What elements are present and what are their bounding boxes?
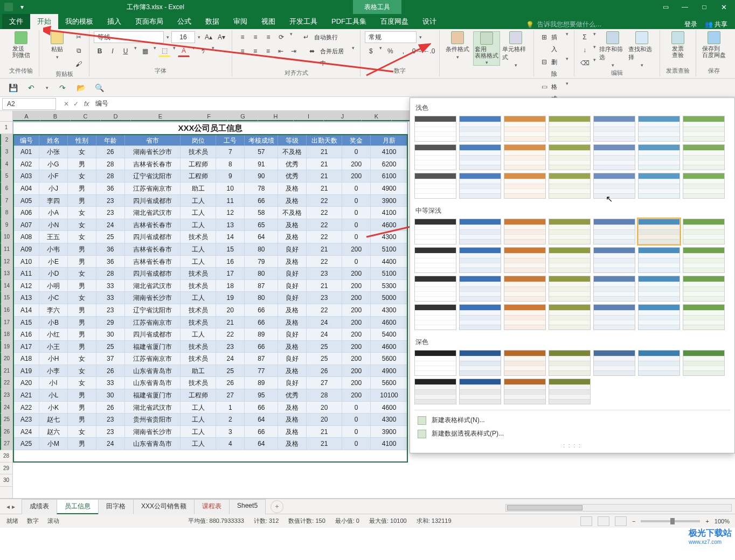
sheet-tab-XXX公司销售额[interactable]: XXX公司销售额 — [133, 499, 195, 514]
minimize-button[interactable]: — — [676, 0, 694, 14]
redo-button[interactable]: ↷ — [57, 82, 68, 93]
row-header-16[interactable]: 16 — [0, 304, 12, 317]
table-style-swatch[interactable] — [504, 304, 546, 330]
table-cell[interactable]: 小张 — [39, 146, 68, 158]
table-cell[interactable]: 6200 — [371, 158, 407, 170]
table-header-cell[interactable]: 工号 — [216, 135, 245, 146]
table-cell[interactable]: 江苏省南京市 — [125, 317, 181, 328]
table-cell[interactable]: 66 — [245, 341, 278, 353]
table-style-swatch[interactable] — [414, 350, 456, 376]
gallery-resize-grip[interactable]: : : : : — [414, 440, 730, 449]
font-size-combo[interactable]: 16 — [171, 31, 195, 43]
table-cell[interactable]: 及格 — [278, 414, 307, 425]
table-cell[interactable]: 25 — [216, 365, 245, 377]
print-preview-button[interactable]: 🔍 — [94, 82, 105, 93]
wrap-text-button[interactable]: ↵ — [300, 31, 312, 43]
table-cell[interactable]: 山东省青岛市 — [125, 377, 181, 389]
table-cell[interactable]: 优秀 — [278, 389, 307, 401]
send-to-wechat-button[interactable]: 发送 到微信 — [8, 31, 34, 58]
table-cell[interactable]: 200 — [342, 353, 371, 365]
table-style-swatch[interactable] — [414, 247, 456, 273]
table-style-swatch[interactable] — [549, 116, 591, 142]
conditional-format-button[interactable]: 条件格式▾ — [444, 31, 471, 60]
table-cell[interactable]: 200 — [342, 304, 371, 316]
table-cell[interactable]: 10100 — [371, 389, 407, 401]
maximize-button[interactable]: □ — [695, 0, 713, 14]
table-cell[interactable]: 小F — [39, 170, 68, 182]
table-cell[interactable]: 24 — [307, 317, 342, 328]
table-style-swatch[interactable] — [414, 276, 456, 302]
table-cell[interactable]: 21 — [307, 438, 342, 450]
table-cell[interactable]: 79 — [245, 256, 278, 268]
table-header-cell[interactable]: 月薪 — [371, 135, 407, 146]
col-header-A[interactable]: A — [13, 111, 40, 121]
table-cell[interactable]: 江苏省南京市 — [125, 353, 181, 365]
table-cell[interactable]: 0 — [342, 414, 371, 425]
sheet-tab-员工信息[interactable]: 员工信息 — [57, 499, 99, 514]
table-cell[interactable]: 及格 — [278, 402, 307, 414]
table-cell[interactable]: 91 — [245, 158, 278, 170]
zoom-level[interactable]: 100% — [715, 518, 730, 524]
table-cell[interactable]: 30 — [96, 328, 125, 340]
table-cell[interactable]: 四川省成都市 — [125, 231, 181, 243]
table-cell[interactable]: 7 — [216, 146, 245, 158]
table-cell[interactable]: 3 — [216, 426, 245, 438]
table-cell[interactable]: 小G — [39, 158, 68, 170]
table-cell[interactable]: 20 — [307, 414, 342, 425]
table-cell[interactable]: 18 — [216, 280, 245, 292]
table-cell[interactable]: 及格 — [278, 341, 307, 353]
sheet-nav-first[interactable]: ◂ — [6, 503, 10, 510]
sheet-tab-成绩表[interactable]: 成绩表 — [22, 499, 57, 514]
chevron-down-icon[interactable]: ▾ — [196, 34, 202, 40]
table-cell[interactable]: 23 — [96, 414, 125, 425]
table-style-swatch[interactable] — [593, 116, 635, 142]
table-cell[interactable]: 女 — [68, 292, 96, 304]
table-cell[interactable]: 男 — [68, 328, 96, 340]
table-cell[interactable]: 小K — [39, 402, 68, 414]
table-cell[interactable]: 21 — [307, 170, 342, 182]
table-cell[interactable]: 工人 — [181, 219, 216, 231]
table-cell[interactable]: 吉林省长春市 — [125, 243, 181, 255]
table-style-swatch[interactable] — [638, 144, 680, 170]
table-cell[interactable]: 78 — [245, 183, 278, 194]
table-style-swatch[interactable] — [504, 219, 546, 244]
table-style-swatch[interactable] — [683, 173, 725, 199]
table-header-cell[interactable]: 省市 — [125, 135, 181, 146]
table-cell[interactable]: 23 — [307, 292, 342, 304]
zoom-out-button[interactable]: − — [632, 518, 635, 524]
merge-center-button[interactable]: ⬌ — [306, 45, 318, 57]
view-page-break-button[interactable] — [615, 516, 627, 526]
row-header-26[interactable]: 26 — [0, 426, 12, 438]
row-header-13[interactable]: 13 — [0, 268, 12, 280]
invoice-check-button[interactable]: 发票 查验 — [664, 31, 691, 58]
table-cell[interactable]: 23 — [96, 304, 125, 316]
table-cell[interactable]: 小明 — [39, 280, 68, 292]
row-header-3[interactable]: 3 — [0, 146, 12, 158]
clear-button[interactable]: ⌫ — [579, 57, 591, 69]
table-style-swatch[interactable] — [549, 379, 591, 404]
table-cell[interactable]: 4300 — [371, 231, 407, 243]
table-cell[interactable]: 28 — [96, 268, 125, 279]
table-cell[interactable]: 优秀 — [278, 158, 307, 170]
zoom-slider[interactable] — [641, 520, 700, 522]
tab-审阅[interactable]: 审阅 — [226, 14, 254, 29]
table-style-swatch[interactable] — [593, 219, 635, 244]
table-cell[interactable]: 良好 — [278, 243, 307, 255]
table-cell[interactable]: 女 — [68, 353, 96, 365]
font-color-button[interactable]: A — [178, 45, 190, 57]
table-cell[interactable]: 男 — [68, 304, 96, 316]
table-style-swatch[interactable] — [683, 247, 725, 273]
table-style-swatch[interactable] — [504, 276, 546, 302]
table-style-swatch[interactable] — [638, 304, 680, 330]
table-style-swatch[interactable] — [414, 379, 456, 404]
table-cell[interactable]: 3900 — [371, 195, 407, 207]
row-header-23[interactable]: 23 — [0, 389, 12, 402]
table-cell[interactable]: 0 — [342, 146, 371, 158]
table-cell[interactable]: 80 — [245, 268, 278, 279]
table-style-swatch[interactable] — [504, 350, 546, 376]
table-cell[interactable]: 22 — [307, 304, 342, 316]
table-cell[interactable]: A04 — [13, 183, 39, 194]
horizontal-scrollbar[interactable] — [505, 504, 732, 512]
table-cell[interactable]: 湖北省武汉市 — [125, 402, 181, 414]
table-cell[interactable]: 22 — [307, 195, 342, 207]
